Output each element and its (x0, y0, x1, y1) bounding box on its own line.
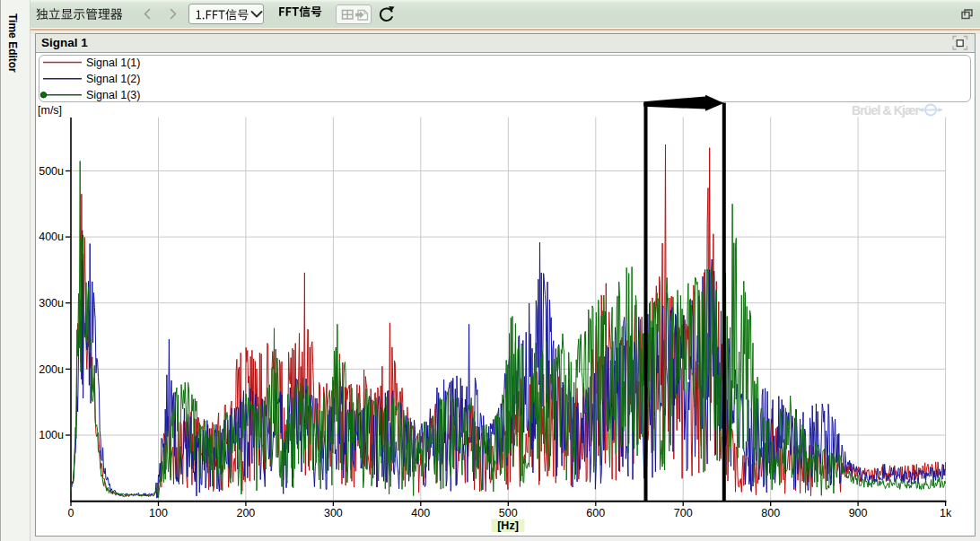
svg-text:700: 700 (674, 507, 693, 519)
svg-text:[Hz]: [Hz] (497, 519, 519, 532)
svg-text:400u: 400u (39, 231, 64, 243)
svg-text:300: 300 (324, 507, 343, 519)
svg-text:900: 900 (849, 507, 868, 519)
svg-text:200: 200 (236, 507, 255, 519)
svg-text:200u: 200u (39, 363, 64, 376)
svg-text:800: 800 (761, 507, 780, 519)
svg-text:Brüel & Kjær: Brüel & Kjær (852, 103, 921, 118)
svg-text:100u: 100u (39, 429, 64, 441)
svg-text:500u: 500u (39, 165, 64, 178)
svg-text:600: 600 (586, 507, 605, 519)
svg-text:100: 100 (149, 507, 168, 519)
svg-text:0: 0 (68, 507, 74, 519)
svg-text:300u: 300u (39, 297, 64, 310)
svg-text:400: 400 (411, 507, 430, 519)
svg-text:500: 500 (499, 507, 518, 519)
svg-text:1k: 1k (940, 507, 952, 519)
